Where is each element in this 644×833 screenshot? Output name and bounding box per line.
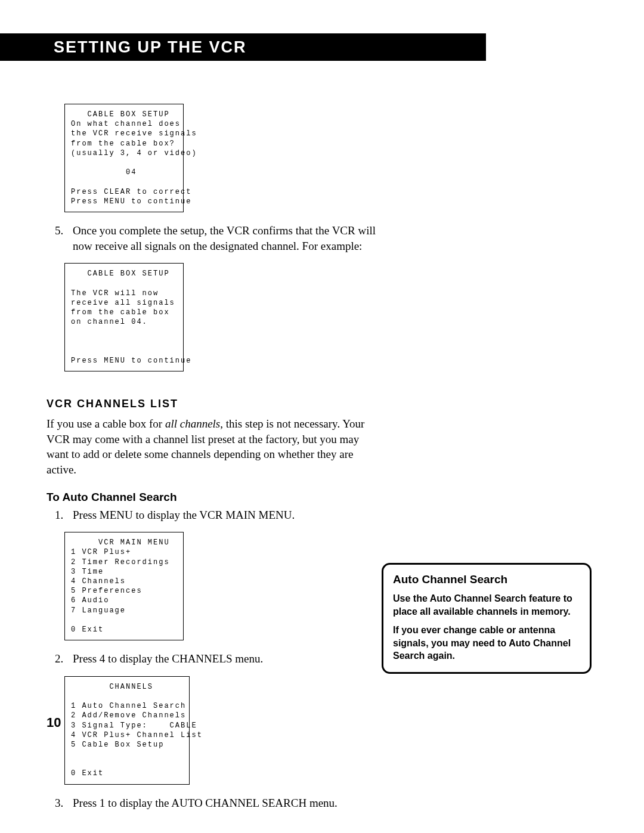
step-text: Press 1 to display the AUTO CHANNEL SEAR…	[73, 795, 382, 811]
osd-vcr-main-menu: VCR MAIN MENU 1 VCR Plus+ 2 Timer Record…	[64, 532, 184, 640]
section-paragraph: If you use a cable box for all channels,…	[47, 416, 382, 478]
header-bar: Setting Up the VCR	[0, 33, 486, 61]
subheading-auto-channel-search: To Auto Channel Search	[47, 491, 382, 504]
osd-cable-box-setup-confirm: CABLE BOX SETUP The VCR will now receive…	[64, 263, 184, 371]
para-text: If you use a cable box for	[47, 417, 165, 430]
page-title: Setting Up the VCR	[54, 38, 247, 57]
main-content: CABLE BOX SETUP On what channel does the…	[0, 104, 382, 810]
para-emphasis: all channels	[165, 417, 220, 430]
callout-title: Auto Channel Search	[393, 573, 580, 586]
step-number: 1.	[55, 507, 73, 523]
step-5: 5. Once you complete the setup, the VCR …	[55, 223, 382, 253]
step-2: 2. Press 4 to display the CHANNELS menu.	[55, 651, 382, 667]
step-3: 3. Press 1 to display the AUTO CHANNEL S…	[55, 795, 382, 811]
manual-page: Setting Up the VCR CABLE BOX SETUP On wh…	[0, 0, 644, 833]
osd-cable-box-setup-question: CABLE BOX SETUP On what channel does the…	[64, 104, 184, 212]
section-heading-vcr-channels-list: VCR Channels List	[47, 398, 382, 410]
step-text: Press 4 to display the CHANNELS menu.	[73, 651, 382, 667]
osd-channels-menu: CHANNELS 1 Auto Channel Search 2 Add/Rem…	[64, 676, 190, 785]
step-text: Press MENU to display the VCR MAIN MENU.	[73, 507, 382, 523]
step-1: 1. Press MENU to display the VCR MAIN ME…	[55, 507, 382, 523]
callout-auto-channel-search: Auto Channel Search Use the Auto Channel…	[382, 563, 592, 674]
page-number: 10	[47, 715, 61, 730]
step-text: Once you complete the setup, the VCR con…	[73, 223, 382, 253]
step-number: 5.	[55, 223, 73, 253]
callout-paragraph: Use the Auto Channel Search feature to p…	[393, 592, 580, 618]
callout-paragraph: If you ever change cable or antenna sign…	[393, 624, 580, 662]
step-number: 3.	[55, 795, 73, 811]
step-number: 2.	[55, 651, 73, 667]
